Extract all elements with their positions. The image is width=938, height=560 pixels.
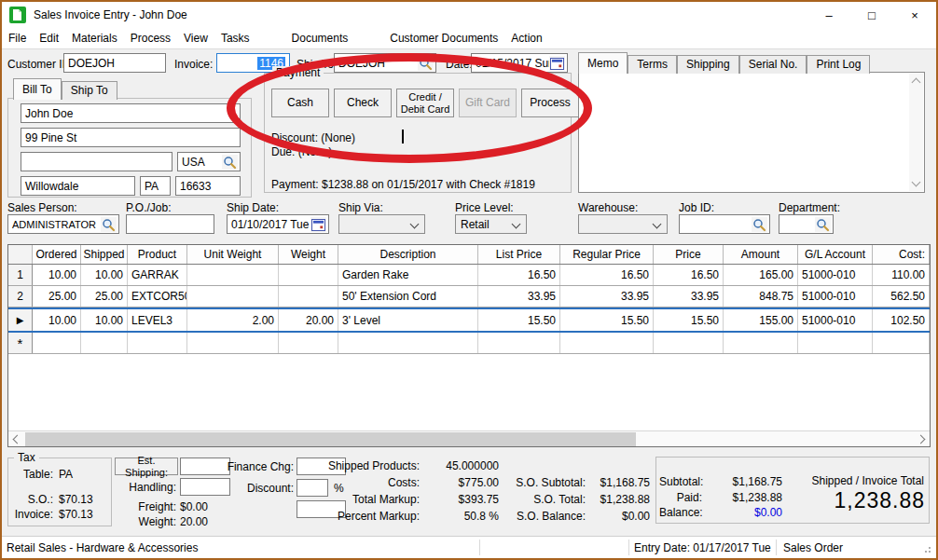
tab-ship-to[interactable]: Ship To [62, 81, 117, 100]
customer-id-field[interactable]: DOEJOH [63, 53, 166, 73]
tab-memo[interactable]: Memo [578, 52, 628, 74]
cell-cost[interactable]: 562.50 [873, 286, 930, 307]
cell-ordered[interactable]: 25.00 [33, 286, 81, 307]
cell-amount[interactable]: 155.00 [724, 309, 798, 331]
menu-process[interactable]: Process [124, 32, 177, 45]
cell-shipped[interactable]: 10.00 [81, 265, 128, 285]
tab-bill-to[interactable]: Bill To [13, 78, 62, 100]
col-price[interactable]: Price [654, 245, 724, 264]
cell-list-price[interactable]: 16.50 [478, 265, 560, 285]
ship-date-calendar-icon[interactable] [310, 217, 326, 232]
department-lookup-icon[interactable] [815, 217, 831, 232]
scroll-down-icon[interactable] [912, 178, 921, 187]
cell-weight[interactable]: 20.00 [279, 309, 338, 331]
menu-documents[interactable]: Documents [285, 32, 355, 45]
scroll-up-icon[interactable] [912, 78, 921, 88]
scrollbar-thumb[interactable] [25, 432, 636, 446]
cell-description[interactable]: 3' Level [338, 309, 478, 331]
col-shipped[interactable]: Shipped [81, 245, 128, 264]
cell-shipped[interactable]: 25.00 [81, 286, 128, 307]
cell-weight[interactable] [279, 286, 338, 307]
menu-action[interactable]: Action [504, 32, 548, 45]
warehouse-select[interactable] [578, 214, 668, 234]
grid-row-3-selected[interactable]: ▶ 10.00 10.00 LEVEL3 2.00 20.00 3' Level… [8, 307, 930, 333]
gift-card-button[interactable]: Gift Card [459, 89, 517, 117]
cell-product[interactable]: GARRAK [128, 265, 187, 285]
address-city-field[interactable]: Willowdale [21, 176, 135, 196]
col-ordered[interactable]: Ordered [33, 245, 81, 264]
address-line3-field[interactable] [21, 152, 172, 171]
tab-print-log[interactable]: Print Log [807, 55, 870, 74]
est-shipping-button[interactable]: Est. Shipping: [115, 458, 178, 475]
job-id-lookup-icon[interactable] [752, 217, 767, 232]
tab-shipping[interactable]: Shipping [677, 55, 739, 74]
tab-serial-no[interactable]: Serial No. [739, 55, 807, 74]
address-zip-field[interactable]: 16633 [175, 176, 241, 196]
cell-gl-account[interactable]: 51000-010 [798, 309, 873, 331]
grid-corner-cell[interactable] [8, 245, 33, 264]
scroll-left-icon[interactable] [13, 435, 22, 444]
col-unit-weight[interactable]: Unit Weight [187, 245, 279, 264]
menu-customer-documents[interactable]: Customer Documents [383, 32, 504, 45]
col-weight[interactable]: Weight [279, 245, 338, 264]
cell-product[interactable]: EXTCOR50 [128, 286, 187, 307]
po-job-field[interactable] [126, 214, 214, 234]
menu-tasks[interactable]: Tasks [214, 32, 256, 45]
ship-to-field[interactable]: DOEJOH [334, 53, 436, 73]
cell-description[interactable]: 50' Extension Cord [338, 286, 478, 307]
col-amount[interactable]: Amount [724, 245, 798, 264]
address-street-field[interactable]: 99 Pine St [21, 128, 241, 147]
maximize-button[interactable]: □ [850, 2, 893, 28]
ship-date-field[interactable]: 01/10/2017 Tue [227, 214, 329, 234]
row-number[interactable]: 2 [8, 286, 33, 307]
cell-cost[interactable]: 110.00 [873, 265, 930, 285]
col-cost[interactable]: Cost: [873, 245, 930, 264]
address-country-field[interactable]: USA [177, 152, 241, 171]
minimize-button[interactable]: – [807, 2, 850, 28]
cell-shipped[interactable]: 10.00 [81, 309, 128, 331]
menu-view[interactable]: View [177, 32, 214, 45]
credit-debit-card-button[interactable]: Credit / Debit Card [396, 89, 454, 117]
process-button[interactable]: Process [521, 89, 579, 117]
cell-gl-account[interactable]: 51000-010 [798, 265, 873, 285]
col-gl-account[interactable]: G/L Account [798, 245, 873, 264]
country-lookup-icon[interactable] [222, 155, 238, 170]
price-level-select[interactable]: Retail [455, 214, 527, 234]
cell-unit-weight[interactable] [187, 265, 279, 285]
job-id-field[interactable] [679, 214, 770, 234]
department-field[interactable] [779, 214, 834, 234]
grid-row-2[interactable]: 2 25.00 25.00 EXTCOR50 50' Extension Cor… [8, 286, 930, 307]
current-row-arrow-icon[interactable]: ▶ [8, 309, 33, 331]
new-row-asterisk-icon[interactable]: * [8, 333, 33, 353]
cash-button[interactable]: Cash [271, 89, 329, 117]
close-button[interactable]: × [893, 2, 936, 28]
sales-person-lookup-icon[interactable] [101, 217, 117, 232]
resize-grip[interactable] [929, 551, 931, 553]
cell-cost[interactable]: 102.50 [873, 309, 930, 331]
memo-textarea[interactable] [578, 72, 925, 193]
row-number[interactable]: 1 [8, 265, 33, 285]
cell-regular-price[interactable]: 33.95 [560, 286, 654, 307]
date-calendar-icon[interactable] [549, 56, 565, 71]
address-state-field[interactable]: PA [140, 176, 171, 196]
cell-product[interactable]: LEVEL3 [128, 309, 187, 331]
scroll-right-icon[interactable] [917, 435, 926, 444]
cell-list-price[interactable]: 33.95 [478, 286, 560, 307]
cell-regular-price[interactable]: 15.50 [560, 309, 654, 331]
sales-person-field[interactable]: ADMINISTRATOR [7, 214, 119, 234]
check-button[interactable]: Check [334, 89, 392, 117]
cell-gl-account[interactable]: 51000-010 [798, 286, 873, 307]
cell-unit-weight[interactable]: 2.00 [187, 309, 279, 331]
memo-scrollbar[interactable] [909, 74, 923, 191]
col-product[interactable]: Product [128, 245, 187, 264]
cell-weight[interactable] [279, 265, 338, 285]
ship-to-lookup-icon[interactable] [418, 56, 434, 71]
cell-ordered[interactable]: 10.00 [33, 265, 81, 285]
grid-horizontal-scrollbar[interactable] [8, 430, 930, 446]
grid-new-row[interactable]: * [8, 333, 930, 354]
tab-terms[interactable]: Terms [628, 55, 677, 74]
menu-edit[interactable]: Edit [33, 32, 65, 45]
menu-materials[interactable]: Materials [65, 32, 124, 45]
cell-price[interactable]: 15.50 [654, 309, 724, 331]
col-description[interactable]: Description [338, 245, 478, 264]
